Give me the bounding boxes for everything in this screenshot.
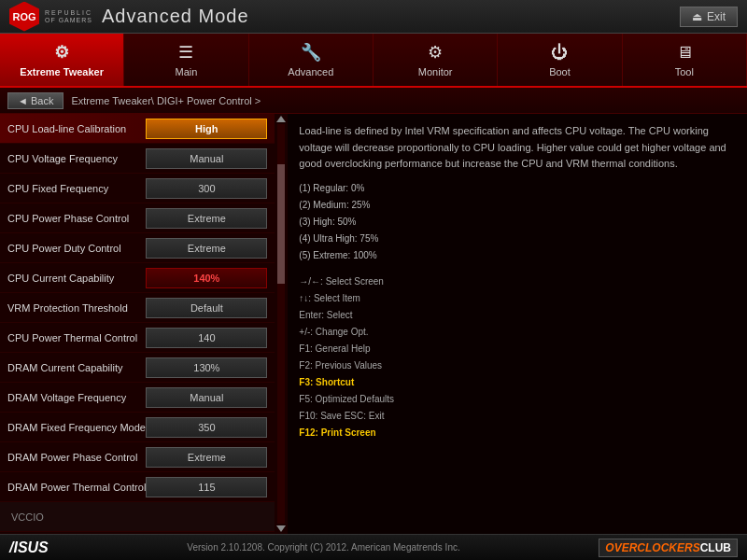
setting-row-vrm-protection[interactable]: VRM Protection Threshold Default (0, 293, 275, 323)
tab-extreme-tweaker-label: Extreme Tweaker (20, 66, 104, 77)
exit-icon: ⏏ (692, 10, 702, 23)
exit-label: Exit (707, 10, 726, 23)
top-bar: ROG REPUBLIC OF GAMERS Advanced Mode ⏏ E… (0, 0, 747, 34)
tab-monitor-label: Monitor (418, 66, 453, 77)
shortcut-f10: F10: Save ESC: Exit (299, 408, 736, 425)
setting-label-cpu-fixed-freq: CPU Fixed Frequency (7, 183, 146, 194)
setting-row-dram-power-thermal[interactable]: DRAM Power Thermal Control 115 (0, 472, 275, 502)
breadcrumb-bar: ◄ Back Extreme Tweaker\ DIGI+ Power Cont… (0, 88, 747, 114)
setting-label-vrm-protection: VRM Protection Threshold (7, 302, 146, 314)
exit-button[interactable]: ⏏ Exit (680, 7, 738, 27)
setting-value-dram-power-thermal: 115 (146, 477, 267, 497)
tab-advanced-label: Advanced (288, 66, 333, 77)
setting-label-dram-power-thermal: DRAM Power Thermal Control (7, 482, 146, 493)
tab-monitor[interactable]: ⚙ Monitor (374, 34, 498, 86)
tool-icon: 🖥 (676, 43, 693, 63)
setting-row-cpu-fixed-freq[interactable]: CPU Fixed Frequency 300 (0, 174, 275, 203)
club-text: CLUB (700, 541, 731, 554)
shortcut-arrows: →/←: Select Screen (299, 273, 736, 290)
setting-label-cpu-power-phase: CPU Power Phase Control (7, 213, 146, 224)
tab-advanced[interactable]: 🔧 Advanced (249, 34, 374, 86)
shortcut-updown: ↑↓: Select Item (299, 290, 736, 307)
shortcut-f12: F12: Print Screen (299, 425, 736, 441)
setting-label-cpu-current-cap: CPU Current Capability (7, 273, 146, 284)
setting-label-dram-voltage-freq: DRAM Voltage Frequency (7, 392, 146, 403)
setting-value-vrm-protection: Default (146, 298, 267, 318)
setting-value-cpu-voltage-freq: Manual (146, 148, 267, 169)
boot-icon: ⏻ (551, 43, 568, 63)
monitor-icon: ⚙ (428, 42, 443, 63)
right-panel-description: Load-line is defined by Intel VRM specif… (299, 123, 736, 173)
tab-tool-label: Tool (675, 66, 694, 77)
tab-main-label: Main (176, 66, 198, 77)
setting-row-dram-fixed-freq[interactable]: DRAM Fixed Frequency Mode 350 (0, 413, 275, 442)
top-bar-left: ROG REPUBLIC OF GAMERS Advanced Mode (9, 2, 249, 32)
tab-boot[interactable]: ⏻ Boot (498, 34, 622, 86)
option-4: (4) Ultra High: 75% (299, 231, 736, 247)
shortcut-f2: F2: Previous Values (299, 357, 736, 374)
setting-row-cpu-power-duty[interactable]: CPU Power Duty Control Extreme (0, 233, 275, 263)
setting-value-cpu-current-cap: 140% (146, 268, 267, 288)
setting-row-cpu-voltage-freq[interactable]: CPU Voltage Frequency Manual (0, 144, 275, 174)
tab-boot-label: Boot (549, 66, 571, 77)
tab-main[interactable]: ☰ Main (124, 34, 248, 86)
shortcut-f1: F1: General Help (299, 341, 736, 357)
version-text: Version 2.10.1208. Copyright (C) 2012. A… (187, 542, 459, 553)
option-1: (1) Regular: 0% (299, 180, 736, 197)
asus-logo: /ISUS (9, 539, 49, 556)
section-vccio: VCCIO (0, 502, 275, 532)
main-content: CPU Load-line Calibration High CPU Volta… (0, 114, 747, 534)
setting-label-dram-power-phase: DRAM Power Phase Control (7, 452, 146, 463)
section-vccio-label: VCCIO (11, 511, 44, 523)
options-list: (1) Regular: 0% (2) Medium: 25% (3) High… (299, 180, 736, 264)
of-gamers-text: OF GAMERS (45, 17, 92, 24)
bottom-bar: /ISUS Version 2.10.1208. Copyright (C) 2… (0, 534, 747, 560)
shortcut-list: →/←: Select Screen ↑↓: Select Item Enter… (299, 273, 736, 441)
setting-row-cpu-power-thermal[interactable]: CPU Power Thermal Control 140 (0, 323, 275, 353)
scroll-track[interactable] (277, 124, 285, 524)
tab-extreme-tweaker[interactable]: ⚙ Extreme Tweaker (0, 34, 124, 86)
setting-label-cpu-power-duty: CPU Power Duty Control (7, 243, 146, 254)
scroll-up-arrow[interactable] (276, 116, 286, 122)
scroll-thumb (277, 164, 285, 284)
shortcut-enter: Enter: Select (299, 307, 736, 324)
setting-row-cpu-current-cap[interactable]: CPU Current Capability 140% (0, 263, 275, 293)
setting-value-dram-fixed-freq: 350 (146, 417, 267, 438)
advanced-icon: 🔧 (301, 42, 321, 63)
setting-value-cpu-load-line: High (146, 119, 267, 139)
rog-hex-icon: ROG (9, 2, 39, 32)
settings-list: CPU Load-line Calibration High CPU Volta… (0, 114, 275, 534)
setting-value-dram-current-cap: 130% (146, 357, 267, 378)
setting-label-cpu-load-line: CPU Load-line Calibration (7, 123, 146, 134)
extreme-tweaker-icon: ⚙ (54, 42, 69, 63)
tab-tool[interactable]: 🖥 Tool (623, 34, 747, 86)
shortcut-f5: F5: Optimized Defaults (299, 391, 736, 408)
scrollbar[interactable] (275, 114, 288, 534)
setting-row-dram-current-cap[interactable]: DRAM Current Capability 130% (0, 353, 275, 383)
shortcut-f3: F3: Shortcut (299, 374, 736, 391)
right-panel: Load-line is defined by Intel VRM specif… (288, 114, 747, 534)
shortcut-plusminus: +/-: Change Opt. (299, 324, 736, 341)
setting-label-dram-current-cap: DRAM Current Capability (7, 362, 146, 373)
option-5: (5) Extreme: 100% (299, 247, 736, 264)
option-2: (2) Medium: 25% (299, 197, 736, 214)
page-title: Advanced Mode (102, 6, 249, 27)
oc-club-logo: OVERCLOCKERSCLUB (599, 539, 738, 557)
rog-logo: REPUBLIC OF GAMERS (45, 9, 92, 23)
setting-value-dram-voltage-freq: Manual (146, 387, 267, 408)
nav-tabs: ⚙ Extreme Tweaker ☰ Main 🔧 Advanced ⚙ Mo… (0, 34, 747, 88)
setting-label-dram-fixed-freq: DRAM Fixed Frequency Mode (7, 422, 146, 433)
setting-value-cpu-power-phase: Extreme (146, 208, 267, 229)
setting-value-cpu-power-thermal: 140 (146, 328, 267, 348)
back-button[interactable]: ◄ Back (7, 92, 63, 109)
setting-row-dram-power-phase[interactable]: DRAM Power Phase Control Extreme (0, 442, 275, 472)
setting-row-cpu-load-line[interactable]: CPU Load-line Calibration High (0, 114, 275, 144)
scroll-down-arrow[interactable] (276, 525, 286, 532)
breadcrumb: Extreme Tweaker\ DIGI+ Power Control > (71, 95, 261, 106)
left-content-wrap: CPU Load-line Calibration High CPU Volta… (0, 114, 288, 534)
setting-row-cpu-power-phase[interactable]: CPU Power Phase Control Extreme (0, 203, 275, 233)
setting-row-dram-voltage-freq[interactable]: DRAM Voltage Frequency Manual (0, 383, 275, 413)
republic-text: REPUBLIC (45, 9, 92, 17)
setting-value-dram-power-phase: Extreme (146, 447, 267, 468)
option-3: (3) High: 50% (299, 214, 736, 231)
